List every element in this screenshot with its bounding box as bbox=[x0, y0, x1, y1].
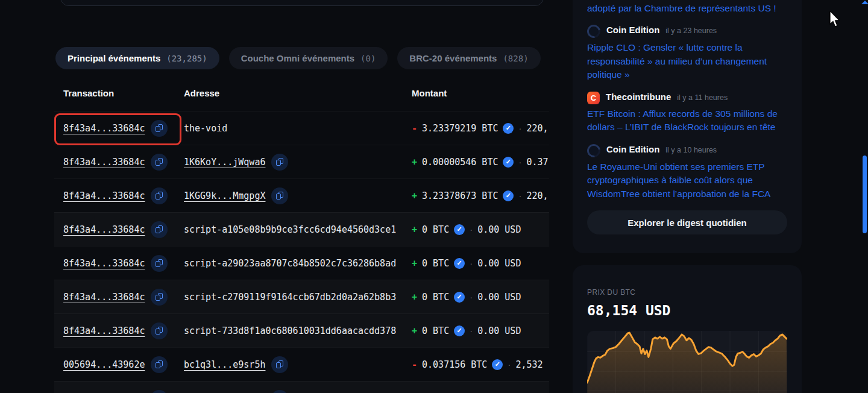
coin-edition-logo-icon bbox=[585, 141, 603, 160]
copy-transaction-button[interactable] bbox=[151, 255, 168, 272]
amount-usd: 2,532 bbox=[515, 359, 542, 370]
amount-btc: 0 BTC bbox=[422, 258, 449, 269]
copy-transaction-button[interactable] bbox=[151, 154, 168, 171]
news-timestamp: il y a 10 heures bbox=[665, 146, 717, 154]
coin-edition-logo-icon bbox=[585, 22, 603, 41]
transaction-link[interactable]: 8f43a4...33684c bbox=[63, 258, 145, 269]
copy-icon bbox=[276, 158, 283, 166]
address-text: script-a29023aa8707c84b8502c7c36286b8ad bbox=[184, 258, 396, 269]
btc-price-chart bbox=[587, 331, 787, 393]
table-row: 8f43a4...33684c script-c2709119f9164ccb6… bbox=[54, 280, 549, 313]
verified-icon: ✓ bbox=[454, 258, 465, 269]
amount-sign: - bbox=[412, 359, 417, 370]
table-row: 8f43a4...33684c 1KGG9k...MmgpgX + 3.2337… bbox=[54, 178, 549, 212]
news-source-name: Thecointribune bbox=[606, 92, 671, 102]
copy-icon bbox=[156, 192, 163, 200]
tab-count: (828) bbox=[503, 54, 528, 63]
copy-icon bbox=[156, 293, 163, 301]
tab-principal-events[interactable]: Principal événements (23,285) bbox=[55, 47, 219, 69]
events-tabs: Principal événements (23,285) Couche Omn… bbox=[55, 47, 541, 69]
amount-sign: + bbox=[412, 224, 417, 235]
scrollbar-thumb[interactable] bbox=[863, 156, 867, 233]
copy-address-button[interactable] bbox=[271, 187, 288, 204]
separator-dot: · bbox=[518, 123, 521, 133]
amount-sign: + bbox=[412, 258, 417, 269]
table-row: 005694...43962e bc1q3l...e9sr5h - 0.0371… bbox=[54, 347, 549, 381]
transaction-link[interactable]: 8f43a4...33684c bbox=[63, 123, 145, 134]
tab-label: Couche Omni événements bbox=[241, 53, 354, 63]
separator-dot: · bbox=[518, 190, 521, 201]
table-row: 8f43a4...33684c 1K6KoY...jWqwa6 + 0.0000… bbox=[54, 145, 549, 178]
copy-transaction-button[interactable] bbox=[151, 322, 168, 339]
copy-icon bbox=[276, 360, 283, 368]
btc-sparkline bbox=[587, 331, 787, 393]
copy-transaction-button[interactable] bbox=[151, 187, 168, 204]
copy-icon bbox=[276, 192, 283, 200]
tab-label: Principal événements bbox=[68, 53, 160, 63]
amount-usd: 0.00 USD bbox=[477, 224, 521, 235]
address-link[interactable]: bc1q3l...e9sr5h bbox=[184, 359, 265, 370]
copy-address-button[interactable] bbox=[271, 356, 288, 373]
tab-count: (23,285) bbox=[166, 54, 207, 63]
amount-btc: 0 BTC bbox=[422, 325, 449, 336]
copy-transaction-button[interactable] bbox=[151, 390, 168, 393]
address-text: script-c2709119f9164ccb67db2d0a2a62b8b3 bbox=[184, 292, 396, 303]
tab-brc20-events[interactable]: BRC-20 événements (828) bbox=[397, 47, 540, 69]
transaction-link[interactable]: 8f43a4...33684c bbox=[63, 325, 145, 336]
copy-address-button[interactable] bbox=[271, 154, 288, 171]
news-item: C Thecointribune il y a 11 heures ETF Bi… bbox=[587, 92, 787, 134]
separator-dot: · bbox=[470, 258, 473, 268]
amount-sign: - bbox=[412, 123, 417, 134]
verified-icon: ✓ bbox=[503, 190, 514, 201]
amount-btc: 3.23378673 BTC bbox=[422, 190, 498, 201]
verified-icon: ✓ bbox=[454, 292, 465, 303]
amount-usd: 220, bbox=[526, 190, 548, 201]
amount-sign: + bbox=[412, 325, 417, 336]
news-feed-card: Cryptomonnaies : Le projet de loi FIT21 … bbox=[573, 0, 802, 253]
tab-omni-layer-events[interactable]: Couche Omni événements (0) bbox=[229, 47, 388, 69]
amount-btc: 0 BTC bbox=[422, 292, 449, 303]
separator-dot: · bbox=[518, 157, 521, 167]
copy-address-button[interactable] bbox=[271, 390, 288, 393]
scroll-up-arrow-icon[interactable] bbox=[861, 1, 868, 4]
amount-sign: + bbox=[412, 292, 417, 303]
news-headline-link[interactable]: Cryptomonnaies : Le projet de loi FIT21 … bbox=[587, 0, 787, 15]
copy-transaction-button[interactable] bbox=[151, 356, 168, 373]
column-header-amount: Montant bbox=[412, 88, 447, 98]
news-headline-link[interactable]: ETF Bitcoin : Afflux records de 305 mill… bbox=[587, 107, 787, 134]
explore-daily-digest-button[interactable]: Explorer le digest quotidien bbox=[587, 210, 787, 234]
transaction-link[interactable]: 8f43a4...33684c bbox=[63, 224, 145, 235]
amount-usd: 0.00 USD bbox=[477, 258, 521, 269]
copy-icon bbox=[156, 360, 163, 368]
transaction-link[interactable]: 8f43a4...33684c bbox=[63, 292, 145, 303]
column-header-address: Adresse bbox=[184, 88, 219, 98]
table-header: Transaction Adresse Montant bbox=[54, 88, 549, 101]
amount-usd: 0.00 USD bbox=[477, 325, 521, 336]
verified-icon: ✓ bbox=[503, 123, 514, 134]
address-text: script-733d8f1a0c680610031dd6aacacdd378 bbox=[184, 325, 396, 336]
news-headline-link[interactable]: Ripple CLO : Gensler « lutte contre la r… bbox=[587, 41, 787, 82]
price-label: PRIX DU BTC bbox=[587, 288, 787, 297]
news-source-name: Coin Edition bbox=[606, 144, 659, 154]
address-link[interactable]: 1KGG9k...MmgpgX bbox=[184, 190, 265, 201]
separator-dot: · bbox=[470, 325, 473, 336]
amount-btc: 0.037156 BTC bbox=[422, 359, 487, 370]
amount-btc: 0.00000546 BTC bbox=[422, 157, 498, 168]
copy-transaction-button[interactable] bbox=[151, 120, 168, 137]
table-row: 8f43a4...33684c script-a29023aa8707c84b8… bbox=[54, 246, 549, 280]
amount-usd: 0.37 bbox=[526, 157, 548, 168]
transaction-link[interactable]: 8f43a4...33684c bbox=[63, 157, 145, 168]
copy-transaction-button[interactable] bbox=[151, 221, 168, 238]
transaction-link[interactable]: 005694...43962e bbox=[63, 359, 145, 370]
verified-icon: ✓ bbox=[492, 359, 503, 370]
news-headline-link[interactable]: Le Royaume-Uni obtient ses premiers ETP … bbox=[587, 160, 787, 201]
thecointribune-logo-icon: C bbox=[587, 92, 600, 104]
amount-btc: 0 BTC bbox=[422, 224, 449, 235]
copy-icon bbox=[156, 259, 163, 267]
transaction-link[interactable]: 8f43a4...33684c bbox=[63, 190, 145, 201]
separator-dot: · bbox=[470, 224, 473, 234]
btc-price-card: PRIX DU BTC 68,154 USD bbox=[573, 265, 802, 393]
amount-sign: + bbox=[412, 190, 417, 201]
address-link[interactable]: 1K6KoY...jWqwa6 bbox=[184, 157, 265, 168]
copy-transaction-button[interactable] bbox=[151, 289, 168, 306]
